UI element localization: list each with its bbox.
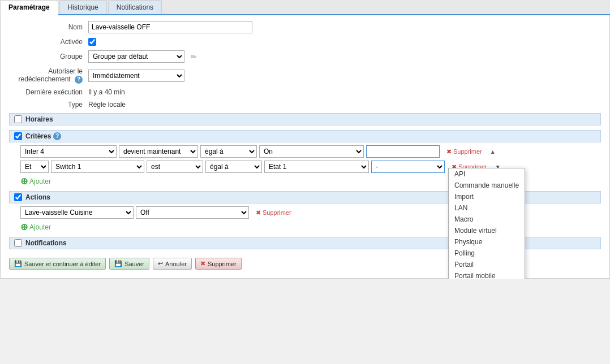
type-value: Règle locale xyxy=(88,101,126,109)
horaires-section: Horaires xyxy=(9,113,601,125)
nom-label: Nom xyxy=(9,23,88,31)
dropdown-item-lan[interactable]: LAN xyxy=(449,202,525,214)
action1-delete-button[interactable]: ✖ Supprimer xyxy=(251,207,296,218)
criteria2-field3[interactable]: égal à xyxy=(205,161,262,173)
groupe-row: Groupe Groupe par défaut ✏ xyxy=(9,50,601,63)
horaires-checkbox[interactable] xyxy=(14,115,22,123)
dropdown-item-module-virtuel[interactable]: Module virtuel xyxy=(449,225,525,236)
derniere-label: Dernière exécution xyxy=(9,88,88,96)
dropdown-item-portail-mobile[interactable]: Portail mobile xyxy=(449,270,525,279)
autoriser-select[interactable]: Immédiatement xyxy=(88,70,184,82)
tab-historique[interactable]: Historique xyxy=(59,0,107,14)
add-criterion-button[interactable]: ⊕ Ajouter xyxy=(20,176,51,187)
criteria2-field2[interactable]: est xyxy=(147,161,203,173)
groupe-edit-icon[interactable]: ✏ xyxy=(191,53,197,61)
dropdown-item-commande[interactable]: Commande manuelle xyxy=(449,180,525,191)
autoriser-label: Autoriser le xyxy=(48,67,83,75)
save-continue-icon: 💾 xyxy=(14,260,22,267)
cancel-button[interactable]: ↩ Annuler xyxy=(153,258,192,270)
criteria1-field3[interactable]: égal à xyxy=(200,145,257,158)
notifications-checkbox[interactable] xyxy=(14,239,22,247)
criteria2-field5[interactable]: - xyxy=(371,161,445,173)
delete-button[interactable]: ✖ Supprimer xyxy=(195,258,242,270)
cancel-icon: ↩ xyxy=(158,260,163,267)
save-continue-button[interactable]: 💾 Sauver et continuer à éditer xyxy=(9,258,106,270)
activee-label: Activée xyxy=(9,38,88,46)
action1-device[interactable]: Lave-vaisselle Cuisine xyxy=(20,206,134,219)
dropdown-item-physique[interactable]: Physique xyxy=(449,236,525,248)
derniere-row: Dernière exécution Il y a 40 min xyxy=(9,88,601,96)
criteria1-delete-button[interactable]: ✖ Supprimer xyxy=(442,146,487,157)
activee-checkbox[interactable] xyxy=(88,38,96,46)
dropdown-item-macro[interactable]: Macro xyxy=(449,214,525,225)
type-label: Type xyxy=(9,101,88,109)
add-criterion-icon: ⊕ xyxy=(20,176,28,187)
actions-label: Actions xyxy=(25,193,50,201)
criteria2-connector[interactable]: Et xyxy=(20,161,49,173)
notifications-label: Notifications xyxy=(25,239,67,247)
dropdown-item-import[interactable]: Import xyxy=(449,191,525,202)
nom-row: Nom xyxy=(9,21,601,33)
groupe-label: Groupe xyxy=(9,53,88,60)
dropdown-item-portail[interactable]: Portail xyxy=(449,259,525,270)
action1-delete-icon: ✖ xyxy=(256,209,261,216)
tab-bar: Paramétrage Historique Notifications xyxy=(0,0,610,15)
action1-value[interactable]: Off xyxy=(136,206,249,219)
criteria1-field5[interactable] xyxy=(366,145,440,158)
add-action-icon: ⊕ xyxy=(20,222,28,232)
derniere-value: Il y a 40 min xyxy=(88,88,125,96)
dropdown-item-polling[interactable]: Polling xyxy=(449,248,525,259)
criteria2-field1[interactable]: Switch 1 xyxy=(51,161,144,173)
criteres-checkbox[interactable] xyxy=(14,132,22,140)
groupe-select[interactable]: Groupe par défaut xyxy=(88,50,184,63)
criteria1-field2[interactable]: devient maintenant xyxy=(119,145,198,158)
redechangement-label: redéclenchement xyxy=(19,75,71,83)
tab-notifications[interactable]: Notifications xyxy=(108,0,162,14)
nom-input[interactable] xyxy=(88,21,252,33)
autoriser-row: Autoriser le redéclenchement ? Immédiate… xyxy=(9,67,601,84)
dropdown-item-api[interactable]: API xyxy=(449,168,525,180)
horaires-label: Horaires xyxy=(25,115,53,123)
activee-row: Activée xyxy=(9,38,601,46)
dropdown-overlay: API Commande manuelle Import LAN Macro M… xyxy=(448,168,525,279)
criteria2-field4[interactable]: Etat 1 xyxy=(264,161,369,173)
criteria-row-1: Inter 4 devient maintenant égal à On ✖ S… xyxy=(20,145,601,158)
criteres-info-icon: ? xyxy=(53,132,61,140)
type-row: Type Règle locale xyxy=(9,101,601,109)
delete-icon: ✖ xyxy=(200,260,205,267)
criteres-section: Critères ? xyxy=(9,130,601,142)
autoriser-info-icon: ? xyxy=(75,76,83,84)
criteria1-field1[interactable]: Inter 4 xyxy=(20,145,117,158)
actions-checkbox[interactable] xyxy=(14,193,22,201)
criteria1-delete-icon: ✖ xyxy=(446,148,452,155)
save-button[interactable]: 💾 Sauver xyxy=(109,258,149,270)
criteria1-up-button[interactable]: ▲ xyxy=(489,149,497,155)
save-icon: 💾 xyxy=(114,260,122,267)
tab-parametrage[interactable]: Paramétrage xyxy=(0,0,58,15)
criteria1-field4[interactable]: On xyxy=(259,145,364,158)
add-action-button[interactable]: ⊕ Ajouter xyxy=(20,222,51,232)
criteres-label: Critères xyxy=(25,132,51,140)
